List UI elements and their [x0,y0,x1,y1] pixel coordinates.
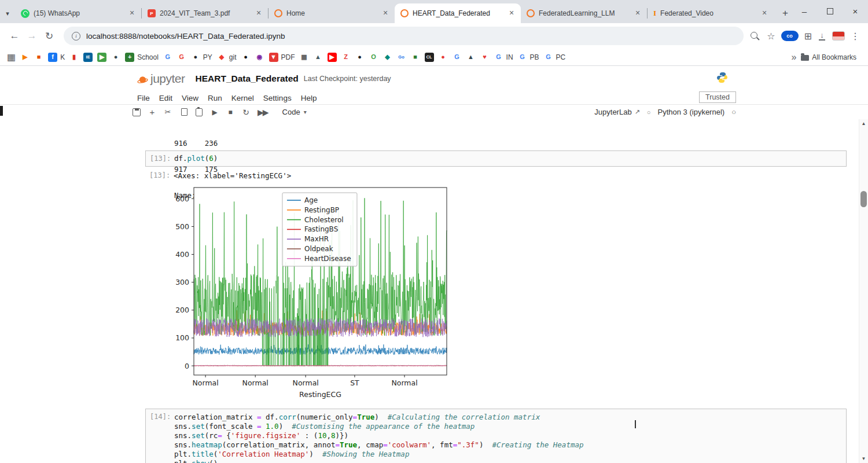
site-info-icon[interactable]: i [72,32,80,41]
save-button[interactable] [133,108,141,116]
bookmark-item[interactable]: fK [48,53,65,62]
tab-close-icon[interactable]: × [254,9,263,18]
menu-settings[interactable]: Settings [263,94,292,102]
bookmark-star-icon[interactable]: ☆ [767,31,775,42]
bookmark-item[interactable]: G [453,53,462,62]
bookmark-item[interactable]: GPB [518,53,539,62]
svg-text:Oldpeak: Oldpeak [304,245,333,253]
bookmark-item[interactable]: ◉ [255,53,264,62]
forward-button[interactable]: → [23,27,41,45]
bookmark-item[interactable]: O [369,53,378,62]
bookmark-item[interactable]: ● [355,53,365,62]
menu-help[interactable]: Help [301,94,317,102]
tab-close-icon[interactable]: × [633,9,642,18]
extensions-puzzle-icon[interactable]: ⊞ [804,31,812,42]
browser-tab[interactable]: P 2024_VIT_Team_3.pdf × [142,3,268,23]
scrollbar-thumb[interactable] [860,191,867,207]
bookmark-item[interactable]: ▲ [466,53,476,62]
bookmark-item[interactable]: ▶ [328,53,337,62]
bookmark-item[interactable]: ●PY [191,53,212,62]
jupyterlab-label: JupyterLab [594,108,631,116]
menu-run[interactable]: Run [208,94,222,102]
bookmark-item[interactable]: IE [83,53,93,62]
restart-run-all-button[interactable]: ▶▶ [258,108,268,117]
bookmarks-overflow-icon[interactable]: » [791,52,796,63]
tab-close-icon[interactable]: × [127,9,137,18]
browser-tab[interactable]: FederatedLearning_LLM × [521,3,647,23]
code-cell-14[interactable]: [14]: correlation_matrix = df.corr(numer… [145,409,847,463]
copy-cell-button[interactable] [179,108,187,116]
tab-close-icon[interactable]: × [507,9,516,18]
notebook-title[interactable]: HEART_Data_Federated [196,74,299,84]
back-button[interactable]: ← [6,27,23,45]
bookmark-item[interactable]: ● [111,53,120,62]
bookmark-item[interactable]: GPC [544,53,566,62]
extension-badge[interactable]: co [781,31,799,41]
restart-kernel-button[interactable]: ↻ [242,108,250,117]
window-maximize-button[interactable] [817,0,843,22]
menu-kebab-icon[interactable]: ⋮ [851,31,860,42]
bookmark-item[interactable]: CL [425,53,434,62]
menu-kernel[interactable]: Kernel [231,94,254,102]
bookmark-item[interactable]: G [163,53,172,62]
trusted-badge[interactable]: Trusted [699,91,736,103]
input-prompt: [14]: [150,413,174,421]
menu-file[interactable]: File [137,94,150,102]
window-close-button[interactable]: × [843,0,868,22]
tab-close-icon[interactable]: × [381,9,390,18]
paste-cell-button[interactable] [195,108,203,116]
code-editor[interactable]: correlation_matrix = df.corr(numeric_onl… [174,413,846,463]
bookmark-item[interactable]: ◆ [383,53,392,62]
window-minimize-button[interactable]: – [792,0,817,22]
bookmark-item[interactable]: ◆git [217,53,237,62]
all-bookmarks-button[interactable]: All Bookmarks [801,53,856,61]
code-cell-13[interactable]: [13]: df.plot(6) [145,150,847,167]
bookmark-item[interactable]: ▦ [300,53,309,62]
vertical-scrollbar[interactable]: ▲ ▼ [859,119,868,463]
browser-tab[interactable]: Home × [269,3,395,23]
bookmark-item[interactable]: ● [439,53,448,62]
reload-button[interactable]: ↻ [41,27,58,45]
bookmark-item[interactable]: ■ [411,53,420,62]
bookmark-item[interactable]: +School [125,53,159,62]
bookmark-item[interactable]: GIN [494,53,513,62]
kernel-name[interactable]: Python 3 (ipykernel) [658,108,725,116]
new-tab-button[interactable]: + [777,5,793,21]
cut-cell-button[interactable]: ✂ [164,108,172,116]
bookmark-item[interactable]: Go [397,53,406,62]
left-panel-handle[interactable] [0,106,3,116]
jupyter-logo[interactable]: jupyter [137,72,185,86]
bookmark-item[interactable]: G [177,53,186,62]
bookmark-favicon: ▶ [20,53,30,62]
bookmark-item[interactable]: ▮ [69,53,79,62]
browser-tab[interactable]: (15) WhatsApp × [15,3,141,23]
bookmark-item[interactable]: ▶ [20,53,30,62]
search-icon[interactable] [751,32,757,39]
bookmark-item[interactable]: ▲ [314,53,323,62]
menu-edit[interactable]: Edit [159,94,172,102]
add-cell-button[interactable]: + [148,107,156,117]
bookmark-item[interactable]: ▶ [97,53,106,62]
tab-close-icon[interactable]: × [760,9,769,18]
apps-grid-icon[interactable]: ▦ [7,52,16,63]
bookmark-item[interactable]: ▼PDF [269,53,295,62]
browser-tab[interactable]: I Federated_Video × [648,3,774,23]
cell-type-dropdown[interactable]: Code ▾ [282,108,307,116]
tab-search-button[interactable]: ▾ [0,3,15,23]
downloads-icon[interactable]: ↓ [818,32,826,41]
bookmark-item[interactable]: ♥ [480,53,490,62]
browser-tab-active[interactable]: HEART_Data_Federated × [395,3,521,23]
code-editor[interactable]: df.plot(6) [174,154,846,163]
address-bar[interactable]: i localhost:8888/notebooks/HEART_Data_Fe… [64,27,744,45]
bookmark-label: PC [556,53,566,61]
bookmark-item[interactable]: ■ [34,53,43,62]
run-cell-button[interactable]: ▶ [211,108,219,116]
bookmark-item[interactable]: Z [341,53,351,62]
menu-view[interactable]: View [182,94,198,102]
interrupt-kernel-button[interactable]: ■ [226,108,234,116]
scroll-up-arrow[interactable]: ▲ [859,121,868,126]
profile-avatar[interactable] [832,31,845,41]
bookmark-item[interactable]: ● [241,53,251,62]
scroll-down-arrow[interactable]: ▼ [859,456,868,461]
jupyterlab-link[interactable]: JupyterLab ↗ [594,108,640,116]
